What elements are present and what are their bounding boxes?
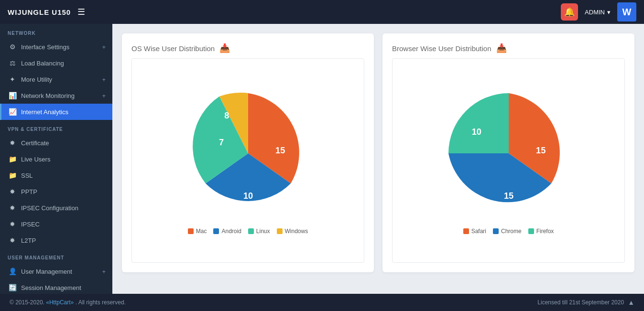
sidebar-label-more-utility: More Utility xyxy=(21,76,52,83)
main-content: OS Wise User Distribution 📥 xyxy=(112,24,644,294)
browser-legend-safari: Safari xyxy=(463,228,486,235)
user-mgmt-section-label: USER MANAGEMENT xyxy=(0,248,112,263)
sidebar-item-load-balancing[interactable]: ⚖ Load Balancing xyxy=(0,55,112,71)
os-android-label-text: Android xyxy=(221,228,241,235)
sidebar-label-certificate: Certificate xyxy=(21,139,49,147)
menu-icon[interactable]: ☰ xyxy=(77,7,85,17)
browser-chrome-dot xyxy=(493,228,499,234)
os-linux-label-text: Linux xyxy=(256,228,270,235)
balance-icon: ⚖ xyxy=(8,59,17,67)
os-mac-label: 15 xyxy=(275,146,285,155)
sidebar-label-ipsec: IPSEC xyxy=(21,221,40,228)
sidebar-label-session-management: Session Management xyxy=(21,284,81,291)
notification-button[interactable]: 🔔 xyxy=(561,3,578,21)
gear-icon: ⚙ xyxy=(8,43,17,51)
browser-export-icon[interactable]: 📥 xyxy=(496,43,507,54)
os-mac-dot xyxy=(188,228,194,234)
sidebar-label-internet-analytics: Internet Analytics xyxy=(21,108,68,116)
l2tp-icon: ✸ xyxy=(8,236,17,244)
admin-label: ADMIN xyxy=(585,9,605,16)
browser-pie-chart: 15 15 10 xyxy=(442,86,576,220)
browser-firefox-label: 10 xyxy=(471,127,481,137)
sidebar-item-more-utility[interactable]: ✦ More Utility + xyxy=(0,71,112,87)
os-export-icon[interactable]: 📥 xyxy=(219,43,230,54)
sidebar-item-ipsec-config[interactable]: ✸ IPSEC Configuration xyxy=(0,200,112,216)
browser-firefox-segment xyxy=(448,93,509,153)
monitor-icon: 📊 xyxy=(8,92,17,99)
footer-right: Licensed till 21st September 2020 ▲ xyxy=(537,299,634,306)
w-logo: W xyxy=(617,2,636,21)
os-chart-header: OS Wise User Distribution 📥 xyxy=(131,43,364,54)
sidebar-item-interface-settings[interactable]: ⚙ Interface Settings + xyxy=(0,39,112,55)
browser-firefox-label-text: Firefox xyxy=(536,228,554,235)
browser-chrome-label: 15 xyxy=(503,191,513,201)
sidebar-item-l2tp[interactable]: ✸ L2TP xyxy=(0,232,112,248)
os-legend-mac: Mac xyxy=(188,228,207,235)
session-icon: 🔄 xyxy=(8,284,17,291)
os-windows-dot xyxy=(277,228,283,234)
browser-safari-label: 15 xyxy=(536,146,546,155)
os-chart-title: OS Wise User Distribution xyxy=(131,44,215,53)
sidebar-item-ssl[interactable]: 📁 SSL xyxy=(0,167,112,183)
browser-safari-label-text: Safari xyxy=(471,228,486,235)
browser-pie-svg: 15 15 10 xyxy=(442,86,576,220)
sidebar-label-user-management: User Management xyxy=(21,268,72,275)
browser-legend: Safari Chrome Firefox xyxy=(463,228,554,235)
os-legend-android: Android xyxy=(213,228,241,235)
ipsec-icon: ✸ xyxy=(8,220,17,228)
sidebar-item-certificate[interactable]: ✸ Certificate xyxy=(0,135,112,151)
sidebar: NETWORK ⚙ Interface Settings + ⚖ Load Ba… xyxy=(0,24,112,294)
os-legend-windows: Windows xyxy=(277,228,308,235)
analytics-icon: 📈 xyxy=(8,108,17,116)
os-android-label: 10 xyxy=(243,191,252,201)
browser-chrome-label-text: Chrome xyxy=(501,228,522,235)
sidebar-item-user-management[interactable]: 👤 User Management + xyxy=(0,263,112,279)
browser-chart-card: Browser Wise User Distribution 📥 15 xyxy=(382,33,634,272)
pptp-icon: ✸ xyxy=(8,188,17,195)
sidebar-item-pptp[interactable]: ✸ PPTP xyxy=(0,183,112,200)
bell-icon: 🔔 xyxy=(564,7,575,17)
sidebar-label-load-balancing: Load Balancing xyxy=(21,60,64,67)
sidebar-item-session-management[interactable]: 🔄 Session Management xyxy=(0,279,112,294)
admin-button[interactable]: ADMIN ▾ xyxy=(585,9,611,16)
os-legend: Mac Android Linux Windows xyxy=(188,228,308,235)
os-windows-label: 8 xyxy=(224,111,229,120)
ssl-folder-icon: 📁 xyxy=(8,172,17,179)
os-windows-label-text: Windows xyxy=(285,228,308,235)
sidebar-item-internet-analytics[interactable]: 📈 Internet Analytics xyxy=(0,104,112,120)
os-linux-label: 7 xyxy=(218,138,223,147)
sidebar-item-network-monitoring[interactable]: 📊 Network Monitoring + xyxy=(0,87,112,104)
os-legend-linux: Linux xyxy=(248,228,270,235)
browser-chart-header: Browser Wise User Distribution 📥 xyxy=(392,43,625,54)
plus-icon: + xyxy=(102,43,106,51)
footer-brand-link[interactable]: «HttpCart» xyxy=(46,299,74,306)
brand-label: WIJUNGLE U150 xyxy=(8,8,71,16)
topbar-left: WIJUNGLE U150 ☰ xyxy=(8,7,85,17)
chevron-down-icon: ▾ xyxy=(607,9,611,16)
os-android-dot xyxy=(213,228,219,234)
sidebar-item-ipsec[interactable]: ✸ IPSEC xyxy=(0,216,112,232)
sidebar-label-pptp: PPTP xyxy=(21,188,37,195)
os-linux-dot xyxy=(248,228,254,234)
sidebar-item-live-users[interactable]: 📁 Live Users xyxy=(0,151,112,167)
browser-legend-chrome: Chrome xyxy=(493,228,522,235)
plus-icon: + xyxy=(102,92,106,99)
folder-icon: 📁 xyxy=(8,155,17,163)
vpn-section-label: VPN & CERTIFICATE xyxy=(0,120,112,135)
footer: © 2015-2020. «HttpCart» . All rights res… xyxy=(0,294,644,311)
os-mac-label-text: Mac xyxy=(196,228,207,235)
sidebar-label-ssl: SSL xyxy=(21,172,33,179)
footer-license: Licensed till 21st September 2020 xyxy=(537,299,624,306)
os-pie-chart: 15 10 7 8 xyxy=(181,86,315,220)
sidebar-label-l2tp: L2TP xyxy=(21,237,36,244)
sidebar-label-ipsec-config: IPSEC Configuration xyxy=(21,204,78,212)
certificate-icon: ✸ xyxy=(8,139,17,147)
chevron-up-icon[interactable]: ▲ xyxy=(628,299,634,306)
user-mgmt-icon: 👤 xyxy=(8,268,17,275)
browser-safari-dot xyxy=(463,228,469,234)
topbar: WIJUNGLE U150 ☰ 🔔 ADMIN ▾ W xyxy=(0,0,644,24)
network-section-label: NETWORK xyxy=(0,24,112,39)
plus-icon: + xyxy=(102,268,106,275)
footer-copyright: © 2015-2020. «HttpCart» . All rights res… xyxy=(10,299,126,306)
plus-icon: + xyxy=(102,76,106,83)
